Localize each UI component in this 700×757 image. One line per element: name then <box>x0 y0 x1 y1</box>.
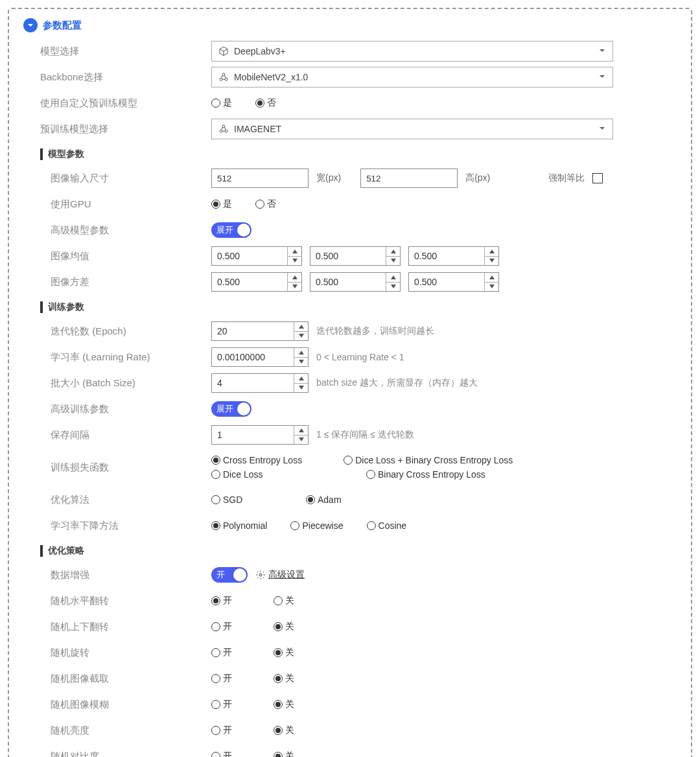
spin-up-icon[interactable] <box>294 374 308 384</box>
model-select-value: DeepLabv3+ <box>234 46 286 56</box>
parameter-config-panel: 参数配置 模型选择 DeepLabv3+ Backbone选择 MobileNe… <box>8 8 692 757</box>
label-backbone-select: Backbone选择 <box>23 71 211 84</box>
radio-decay-poly[interactable]: Polynomial <box>211 520 267 531</box>
spin-up-icon[interactable] <box>386 273 400 283</box>
spin-down-icon[interactable] <box>294 358 308 367</box>
adv-train-params-toggle[interactable]: 展开 <box>211 401 251 417</box>
radio-contrast-on[interactable]: 开 <box>211 751 250 757</box>
image-height-input[interactable] <box>360 169 458 188</box>
cube-icon <box>218 46 229 56</box>
nodes-icon <box>218 72 229 82</box>
spin-down-icon[interactable] <box>294 436 308 445</box>
spin-down-icon[interactable] <box>485 283 498 292</box>
pretrain-select[interactable]: IMAGENET <box>211 119 613 139</box>
spin-down-icon[interactable] <box>294 332 308 341</box>
lr-hint: 0 < Learning Rate < 1 <box>316 352 404 362</box>
label-image-input-size: 图像输入尺寸 <box>23 172 211 185</box>
radio-gpu-no[interactable]: 否 <box>255 198 276 210</box>
radio-crop-off[interactable]: 关 <box>274 673 294 684</box>
radio-blur-off[interactable]: 关 <box>274 699 294 710</box>
batch-spinner[interactable]: 4 <box>211 373 309 393</box>
radio-crop-on[interactable]: 开 <box>211 673 250 684</box>
spin-down-icon[interactable] <box>386 283 400 292</box>
section-model-params: 模型参数 <box>23 143 677 166</box>
batch-hint: batch size 越大，所需显存（内存）越大 <box>316 377 478 389</box>
radio-opt-sgd[interactable]: SGD <box>211 495 283 505</box>
width-unit-label: 宽(px) <box>316 172 341 184</box>
image-width-input[interactable] <box>211 169 309 188</box>
save-interval-spinner[interactable]: 1 <box>211 425 309 445</box>
spin-up-icon[interactable] <box>386 247 400 257</box>
spin-down-icon[interactable] <box>288 283 301 292</box>
radio-decay-piece[interactable]: Piecewise <box>290 520 343 531</box>
spin-up-icon[interactable] <box>485 273 498 283</box>
data-aug-toggle[interactable]: 开 <box>211 567 248 583</box>
radio-loss-dice-bce[interactable]: Dice Loss + Binary Cross Entropy Loss <box>344 455 513 465</box>
label-rand-contrast: 随机对比度 <box>23 751 211 758</box>
svg-point-5 <box>225 130 228 132</box>
label-data-aug: 数据增强 <box>23 569 211 581</box>
radio-brightness-off[interactable]: 关 <box>274 725 294 736</box>
radio-hflip-off[interactable]: 关 <box>274 595 294 607</box>
label-batch-size: 批大小 (Batch Size) <box>23 377 211 390</box>
spin-up-icon[interactable] <box>294 426 308 436</box>
label-epoch: 迭代轮数 (Epoch) <box>23 325 211 338</box>
spin-down-icon[interactable] <box>288 257 301 266</box>
label-optimizer: 优化算法 <box>23 494 211 506</box>
radio-opt-adam[interactable]: Adam <box>306 495 342 505</box>
label-image-variance: 图像方差 <box>23 276 211 288</box>
spin-up-icon[interactable] <box>485 247 498 257</box>
gear-icon <box>255 570 266 580</box>
radio-custom-no[interactable]: 否 <box>255 97 276 109</box>
svg-point-4 <box>220 130 222 132</box>
spin-up-icon[interactable] <box>294 348 308 358</box>
spin-up-icon[interactable] <box>288 273 301 283</box>
label-rand-vflip: 随机上下翻转 <box>23 621 211 633</box>
mean-0-spinner[interactable]: 0.500 <box>211 246 302 266</box>
label-learning-rate: 学习率 (Learning Rate) <box>23 351 211 364</box>
spin-down-icon[interactable] <box>485 257 498 266</box>
radio-contrast-off[interactable]: 关 <box>274 751 294 757</box>
radio-hflip-on[interactable]: 开 <box>211 595 250 607</box>
radio-loss-bce[interactable]: Binary Cross Entropy Loss <box>366 469 485 480</box>
label-use-custom-pretrain: 使用自定义预训练模型 <box>23 97 211 110</box>
radio-rotate-on[interactable]: 开 <box>211 647 250 658</box>
force-ratio-label: 强制等比 <box>548 172 585 184</box>
label-adv-train-params: 高级训练参数 <box>23 403 211 415</box>
radio-loss-cross-entropy[interactable]: Cross Entropy Loss <box>211 455 302 465</box>
radio-rotate-off[interactable]: 关 <box>274 647 294 658</box>
spin-up-icon[interactable] <box>294 322 308 332</box>
label-loss-fn: 训练损失函数 <box>23 461 211 474</box>
mean-1-spinner[interactable]: 0.500 <box>310 246 401 266</box>
mean-2-spinner[interactable]: 0.500 <box>408 246 499 266</box>
backbone-select[interactable]: MobileNetV2_x1.0 <box>211 67 613 87</box>
height-unit-label: 高(px) <box>465 172 490 184</box>
radio-brightness-on[interactable]: 开 <box>211 725 250 736</box>
var-1-spinner[interactable]: 0.500 <box>310 272 401 292</box>
spin-down-icon[interactable] <box>386 257 400 266</box>
radio-loss-dice[interactable]: Dice Loss <box>211 469 325 480</box>
chevron-down-icon <box>598 46 606 56</box>
advanced-setting-link[interactable]: 高级设置 <box>255 569 305 581</box>
radio-decay-cos[interactable]: Cosine <box>367 520 407 531</box>
radio-vflip-off[interactable]: 关 <box>274 621 294 633</box>
spin-down-icon[interactable] <box>294 384 308 393</box>
force-ratio-checkbox[interactable] <box>592 173 603 183</box>
model-select[interactable]: DeepLabv3+ <box>211 41 613 62</box>
label-image-mean: 图像均值 <box>23 250 211 262</box>
label-model-select: 模型选择 <box>23 45 211 58</box>
var-2-spinner[interactable]: 0.500 <box>408 272 499 292</box>
epoch-spinner[interactable]: 20 <box>211 321 309 341</box>
label-pretrain-select: 预训练模型选择 <box>23 123 211 135</box>
var-0-spinner[interactable]: 0.500 <box>211 272 302 292</box>
radio-gpu-yes[interactable]: 是 <box>211 198 232 210</box>
lr-spinner[interactable]: 0.00100000 <box>211 347 309 367</box>
radio-custom-yes[interactable]: 是 <box>211 97 232 109</box>
spin-up-icon[interactable] <box>288 247 301 257</box>
label-adv-model-params: 高级模型参数 <box>23 224 211 237</box>
radio-vflip-on[interactable]: 开 <box>211 621 250 633</box>
label-rand-crop: 随机图像截取 <box>23 673 211 685</box>
radio-blur-on[interactable]: 开 <box>211 699 250 710</box>
adv-model-params-toggle[interactable]: 展开 <box>211 222 251 238</box>
collapse-toggle-icon[interactable] <box>23 18 38 32</box>
